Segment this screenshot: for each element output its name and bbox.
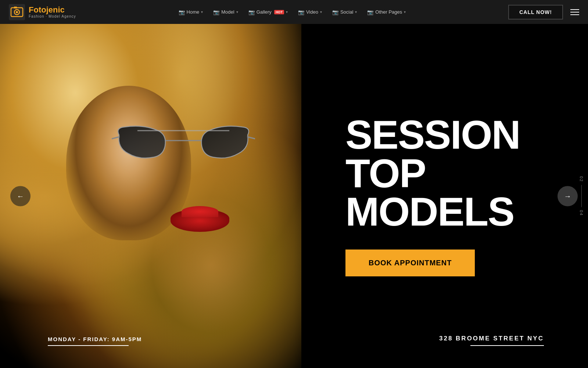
svg-rect-4 bbox=[14, 7, 17, 8]
camera-icon: 📷 bbox=[213, 9, 219, 15]
svg-line-6 bbox=[112, 137, 119, 139]
svg-point-3 bbox=[16, 11, 18, 13]
red-lips-graphic bbox=[171, 210, 229, 232]
chevron-down-icon: ▾ bbox=[236, 10, 238, 14]
slide-prev-button[interactable]: ← bbox=[10, 186, 31, 206]
logo-icon bbox=[9, 4, 25, 20]
logo[interactable]: Fotojenic Fashion · Model Agency bbox=[9, 4, 76, 20]
main-nav: 📷 Home ▾ 📷 Model ▾ 📷 Gallery HOT ▾ 📷 Vid… bbox=[174, 6, 410, 18]
hero-section: SESSION TOP MODELS Book Appointment ← → … bbox=[0, 24, 588, 368]
logo-subtitle: Fashion · Model Agency bbox=[29, 14, 76, 18]
navbar-right: CALL NOW! bbox=[508, 5, 579, 20]
nav-item-home[interactable]: 📷 Home ▾ bbox=[174, 6, 208, 18]
logo-text: Fotojenic Fashion · Model Agency bbox=[29, 6, 76, 18]
nav-item-model[interactable]: 📷 Model ▾ bbox=[209, 6, 242, 18]
nav-item-other[interactable]: 📷 Other Pages ▾ bbox=[363, 6, 410, 18]
chevron-down-icon: ▾ bbox=[404, 10, 406, 14]
camera-icon: 📷 bbox=[179, 9, 185, 15]
nav-item-social[interactable]: 📷 Social ▾ bbox=[328, 6, 361, 18]
book-appointment-button[interactable]: Book Appointment bbox=[345, 250, 475, 276]
hamburger-menu[interactable] bbox=[570, 9, 579, 15]
nav-item-gallery[interactable]: 📷 Gallery HOT ▾ bbox=[244, 6, 292, 18]
chevron-down-icon: ▾ bbox=[201, 10, 203, 14]
business-hours: MONDAY - FRIDAY: 9AM-5PM bbox=[48, 336, 142, 342]
hot-badge: HOT bbox=[274, 10, 284, 14]
address-info: 328 BROOME STREET NYC bbox=[439, 335, 544, 346]
chevron-down-icon: ▾ bbox=[355, 10, 357, 14]
hero-content: SESSION TOP MODELS Book Appointment bbox=[323, 24, 588, 368]
camera-icon: 📷 bbox=[332, 9, 338, 15]
camera-icon: 📷 bbox=[298, 9, 304, 15]
sunglasses-graphic bbox=[112, 120, 255, 164]
camera-icon: 📷 bbox=[367, 9, 373, 15]
chevron-down-icon: ▾ bbox=[286, 10, 288, 14]
slide-number-divider bbox=[581, 185, 582, 207]
hero-title: SESSION TOP MODELS bbox=[345, 116, 559, 231]
camera-icon: 📷 bbox=[248, 9, 255, 15]
slide-number-current: 02 bbox=[579, 176, 584, 182]
slide-next-button[interactable]: → bbox=[557, 186, 578, 206]
svg-line-7 bbox=[248, 137, 255, 139]
address-text: 328 BROOME STREET NYC bbox=[439, 335, 544, 342]
navbar: Fotojenic Fashion · Model Agency 📷 Home … bbox=[0, 0, 588, 24]
call-now-button[interactable]: CALL NOW! bbox=[508, 5, 563, 20]
hours-info: MONDAY - FRIDAY: 9AM-5PM bbox=[48, 336, 142, 346]
hours-divider bbox=[48, 345, 129, 346]
slide-number-total: 04 bbox=[579, 210, 584, 216]
address-divider bbox=[470, 345, 544, 346]
nav-item-video[interactable]: 📷 Video ▾ bbox=[294, 6, 326, 18]
chevron-down-icon: ▾ bbox=[320, 10, 322, 14]
slide-numbers: 02 04 bbox=[579, 176, 584, 216]
